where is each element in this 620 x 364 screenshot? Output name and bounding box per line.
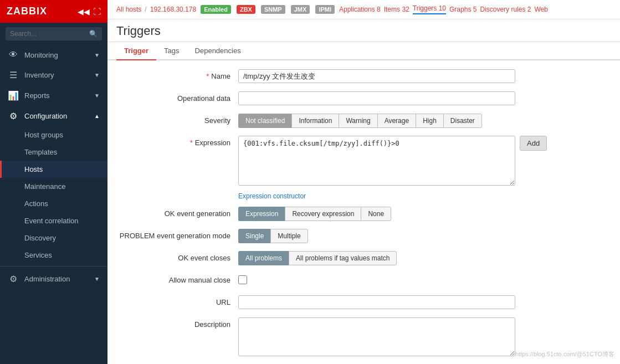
checkbox-allow-manual-close[interactable]	[238, 275, 247, 284]
monitoring-label: Monitoring	[24, 51, 58, 59]
row-url: URL	[116, 295, 611, 311]
label-name: *Name	[116, 69, 238, 80]
sidebar-item-inventory[interactable]: ☰ Inventory ▼	[0, 65, 107, 85]
problem-event-multiple[interactable]: Multiple	[270, 229, 308, 243]
administration-arrow: ▼	[94, 276, 100, 282]
sidebar-item-reports[interactable]: 📊 Reports ▼	[0, 85, 107, 106]
sidebar-item-templates[interactable]: Templates	[0, 143, 107, 161]
nav-section: 👁 Monitoring ▼ ☰ Inventory ▼ 📊 Reports ▼…	[0, 45, 107, 289]
breadcrumb-ip[interactable]: 192.168.30.178	[150, 6, 196, 13]
badge-enabled: Enabled	[201, 5, 231, 14]
nav-discovery-rules[interactable]: Discovery rules 2	[480, 6, 531, 13]
inventory-label: Inventory	[24, 71, 54, 79]
nav-divider	[0, 266, 107, 266]
badge-zbx: ZBX	[237, 5, 255, 14]
label-problem-event-mode: PROBLEM event generation mode	[116, 229, 238, 240]
collapse-icon[interactable]: ◀◀	[78, 7, 90, 16]
sidebar-item-services[interactable]: Services	[0, 247, 107, 264]
reports-arrow: ▼	[94, 93, 100, 99]
sidebar-item-actions[interactable]: Actions	[0, 195, 107, 212]
row-severity: Severity Not classified Information Warn…	[116, 114, 611, 129]
label-severity: Severity	[116, 114, 238, 125]
badge-snmp: SNMP	[261, 5, 285, 14]
sidebar-item-configuration[interactable]: ⚙ Configuration ▲	[0, 106, 107, 126]
sidebar-item-maintenance[interactable]: Maintenance	[0, 178, 107, 195]
monitoring-icon: 👁	[8, 50, 19, 60]
badge-jmx: JMX	[291, 5, 310, 14]
sev-information[interactable]: Information	[291, 114, 339, 128]
problem-event-single[interactable]: Single	[238, 229, 270, 243]
input-url[interactable]	[238, 295, 515, 309]
tab-trigger[interactable]: Trigger	[116, 42, 156, 60]
configuration-icon: ⚙	[8, 111, 19, 121]
label-operational-data: Operational data	[116, 91, 238, 102]
nav-triggers[interactable]: Triggers 10	[413, 4, 446, 14]
tabs-bar: Trigger Tags Dependencies	[107, 42, 620, 60]
topbar: All hosts / 192.168.30.178 Enabled ZBX S…	[107, 0, 620, 19]
ok-closes-tag-match[interactable]: All problems if tag values match	[289, 251, 397, 265]
form-area: *Name Operational data Severity Not clas…	[107, 60, 620, 364]
configuration-label: Configuration	[24, 112, 67, 120]
row-allow-manual-close: Allow manual close	[116, 273, 611, 289]
nav-applications[interactable]: Applications 8	[339, 6, 381, 13]
logo-text: ZABBIX	[7, 6, 47, 17]
sidebar-item-event-correlation[interactable]: Event correlation	[0, 212, 107, 229]
ok-event-closes-group: All problems All problems if tag values …	[238, 251, 397, 265]
sidebar-item-administration[interactable]: ⚙ Administration ▼	[0, 269, 107, 289]
search-input[interactable]	[6, 27, 102, 40]
monitoring-arrow: ▼	[94, 52, 100, 58]
logo-bar: ZABBIX ◀◀ ⛶	[0, 0, 107, 23]
severity-group: Not classified Information Warning Avera…	[238, 114, 482, 128]
sev-not-classified[interactable]: Not classified	[238, 114, 291, 128]
reports-icon: 📊	[8, 90, 19, 101]
ok-closes-all-problems[interactable]: All problems	[238, 251, 289, 265]
input-name[interactable]	[238, 69, 515, 83]
sidebar-item-discovery[interactable]: Discovery	[0, 229, 107, 247]
sev-average[interactable]: Average	[377, 114, 416, 128]
row-problem-event-mode: PROBLEM event generation mode Single Mul…	[116, 229, 611, 244]
sidebar-item-hosts[interactable]: Hosts	[0, 161, 107, 178]
tab-tags[interactable]: Tags	[156, 42, 187, 60]
administration-icon: ⚙	[8, 274, 19, 284]
inventory-arrow: ▼	[94, 72, 100, 78]
input-operational-data[interactable]	[238, 91, 515, 105]
row-operational-data: Operational data	[116, 91, 611, 107]
sev-high[interactable]: High	[416, 114, 443, 128]
sev-disaster[interactable]: Disaster	[443, 114, 482, 128]
ok-event-recovery[interactable]: Recovery expression	[285, 207, 361, 221]
sev-warning[interactable]: Warning	[339, 114, 377, 128]
row-expression: *Expression {001:vfs.file.cksum[/tmp/zyy…	[116, 136, 611, 186]
fullscreen-icon[interactable]: ⛶	[93, 7, 101, 16]
page-title-bar: Triggers	[107, 19, 620, 42]
label-ok-event-generation: OK event generation	[116, 207, 238, 218]
sidebar-item-monitoring[interactable]: 👁 Monitoring ▼	[0, 45, 107, 65]
main-content: All hosts / 192.168.30.178 Enabled ZBX S…	[107, 0, 620, 364]
add-button[interactable]: Add	[520, 136, 547, 151]
watermark: https://blog.51cto.com/@51CTO博客	[515, 350, 614, 358]
breadcrumb-all-hosts[interactable]: All hosts	[116, 6, 141, 13]
page-title: Triggers	[116, 24, 611, 42]
configuration-arrow: ▲	[94, 113, 100, 119]
textarea-description[interactable]	[238, 317, 515, 356]
expression-constructor-link[interactable]: Expression constructor	[116, 192, 611, 200]
tab-dependencies[interactable]: Dependencies	[187, 42, 249, 60]
search-icon: 🔍	[89, 30, 98, 38]
label-ok-event-closes: OK event closes	[116, 251, 238, 262]
badge-ipmi: IPMI	[315, 5, 335, 14]
search-container: 🔍	[0, 23, 107, 45]
inventory-icon: ☰	[8, 70, 19, 80]
row-name: *Name	[116, 69, 611, 85]
row-ok-event-closes: OK event closes All problems All problem…	[116, 251, 611, 266]
ok-event-none[interactable]: None	[361, 207, 391, 221]
administration-label: Administration	[24, 275, 70, 283]
nav-items[interactable]: Items 32	[384, 6, 409, 13]
nav-graphs[interactable]: Graphs 5	[449, 6, 476, 13]
nav-web[interactable]: Web	[534, 6, 547, 13]
sidebar: ZABBIX ◀◀ ⛶ 🔍 👁 Monitoring ▼ ☰ Inventory…	[0, 0, 107, 364]
label-url: URL	[116, 295, 238, 306]
ok-event-expression[interactable]: Expression	[238, 207, 285, 221]
textarea-expression[interactable]: {001:vfs.file.cksum[/tmp/zyy].diff()}>0	[238, 136, 515, 186]
reports-label: Reports	[24, 91, 50, 100]
label-allow-manual-close: Allow manual close	[116, 273, 238, 284]
sidebar-item-host-groups[interactable]: Host groups	[0, 126, 107, 143]
